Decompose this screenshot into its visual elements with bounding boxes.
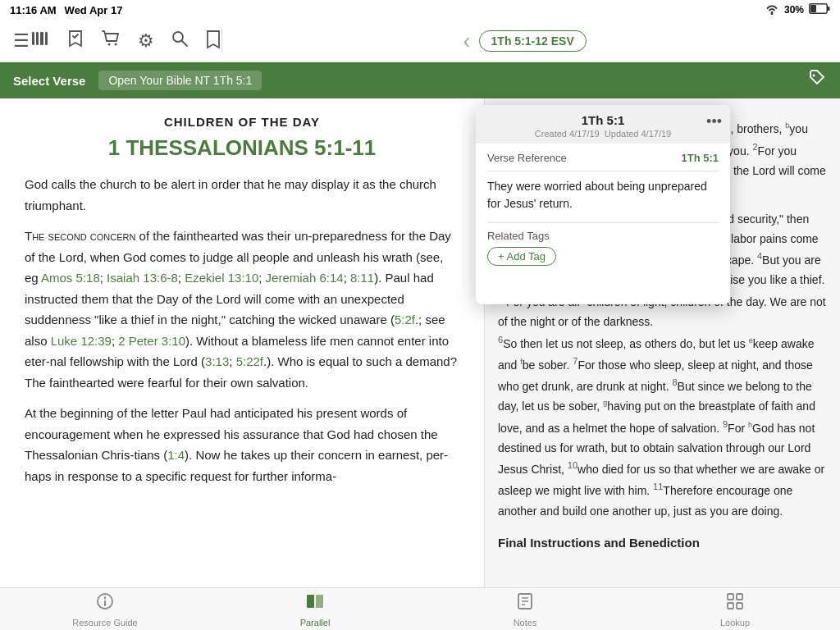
link-3-13[interactable]: 3:13: [205, 354, 229, 368]
main-toolbar: ☰ ⚙: [0, 20, 840, 62]
svg-rect-20: [728, 594, 733, 600]
svg-point-7: [108, 43, 111, 45]
select-verse-bar: Select Verse Open Your Bible NT 1Th 5:1: [0, 62, 840, 98]
select-verse-ref[interactable]: Open Your Bible NT 1Th 5:1: [98, 71, 262, 90]
bookmarks-icon[interactable]: [66, 29, 85, 53]
svg-rect-6: [45, 32, 48, 45]
library-icon[interactable]: [30, 29, 49, 53]
link-ezekiel[interactable]: Ezekiel 13:10: [185, 271, 258, 285]
note-divider-2: [487, 222, 719, 223]
verse-num-2: 2: [752, 142, 757, 152]
link-luke[interactable]: Luke 12:39: [51, 334, 112, 348]
select-verse-label: Select Verse: [13, 74, 85, 88]
passage-badge[interactable]: 1Th 5:1-12 ESV: [479, 30, 587, 52]
svg-rect-22: [728, 603, 733, 609]
search-icon[interactable]: [171, 30, 189, 52]
tab-resource-guide-label: Resource Guide: [72, 618, 138, 628]
link-5-22f[interactable]: 5:22f: [236, 354, 263, 368]
svg-rect-14: [307, 595, 314, 608]
note-more-menu-icon[interactable]: •••: [706, 113, 722, 130]
link-5-2f[interactable]: 5:2f: [395, 313, 415, 326]
tag-icon[interactable]: [807, 69, 827, 93]
book-title: 1 THESSALONIANS 5:1-11: [25, 135, 459, 161]
tab-resource-guide[interactable]: Resource Guide: [0, 588, 210, 630]
link-1-4[interactable]: 1:4: [167, 448, 185, 462]
link-2peter[interactable]: 2 Peter 3:10: [118, 334, 185, 348]
svg-rect-4: [36, 32, 39, 45]
svg-rect-21: [737, 594, 742, 600]
link-jeremiah[interactable]: Jeremiah 6:14: [266, 271, 344, 285]
svg-point-11: [813, 74, 815, 76]
tab-bar: Resource Guide Parallel Notes: [0, 587, 840, 630]
tab-parallel-label: Parallel: [300, 618, 331, 628]
note-divider-1: [487, 171, 719, 171]
note-popup-body: Verse Reference 1Th 5:1 They were worrie…: [476, 144, 730, 304]
paragraph-1: God calls the church to be alert in orde…: [25, 174, 459, 216]
left-panel: CHILDREN OF THE DAY 1 THESSALONIANS 5:1-…: [0, 98, 484, 587]
link-8-11[interactable]: 8:11: [350, 271, 374, 285]
svg-rect-1: [828, 7, 830, 11]
small-caps-text: The second concern: [25, 229, 135, 243]
svg-rect-3: [32, 32, 34, 45]
svg-rect-23: [737, 603, 742, 609]
note-verse-ref-row: Verse Reference 1Th 5:1: [487, 152, 719, 164]
resource-guide-icon: [95, 591, 115, 616]
link-amos[interactable]: Amos 5:18: [41, 271, 100, 285]
battery-icon: [809, 3, 830, 16]
note-popup: 1Th 5:1 Created 4/17/19 Updated 4/17/19 …: [476, 105, 730, 304]
svg-point-8: [115, 43, 117, 45]
section-title: Final Instructions and Benediction: [498, 532, 827, 554]
settings-icon[interactable]: ⚙: [138, 30, 154, 52]
add-tag-button[interactable]: + Add Tag: [487, 247, 556, 266]
wifi-icon: [765, 3, 779, 17]
lookup-icon: [725, 591, 745, 616]
body-text: God calls the church to be alert in orde…: [25, 174, 459, 486]
tab-notes-label: Notes: [514, 618, 537, 628]
note-popup-date: Created 4/17/19 Updated 4/17/19: [487, 129, 719, 139]
bookmark-icon[interactable]: [205, 29, 221, 53]
tab-parallel[interactable]: Parallel: [210, 588, 420, 630]
battery-status: 30%: [784, 4, 804, 16]
verse-ref-value: 1Th 5:1: [681, 152, 719, 164]
tab-notes[interactable]: Notes: [420, 588, 630, 630]
paragraph-2: The second concern of the fainthearted w…: [25, 226, 459, 393]
store-icon[interactable]: [102, 29, 121, 53]
notes-icon: [515, 591, 535, 616]
right-text-more: 6So then let us not sleep, as others do,…: [498, 332, 827, 521]
tab-lookup[interactable]: Lookup: [630, 588, 840, 630]
tab-lookup-label: Lookup: [720, 618, 750, 628]
chapter-title: CHILDREN OF THE DAY: [25, 115, 459, 129]
note-empty-tags-area: + Add Tag: [487, 247, 719, 296]
note-popup-title: 1Th 5:1: [487, 113, 719, 127]
verse-ref-label: Verse Reference: [487, 152, 567, 164]
svg-line-10: [182, 40, 188, 46]
svg-rect-2: [810, 5, 816, 12]
note-text[interactable]: They were worried about being unprepared…: [487, 178, 719, 212]
note-popup-header: 1Th 5:1 Created 4/17/19 Updated 4/17/19 …: [476, 105, 730, 144]
link-isaiah[interactable]: Isaiah 13:6-8: [107, 271, 178, 285]
parallel-icon: [305, 591, 325, 616]
note-tags-label: Related Tags: [487, 230, 719, 242]
status-time: 11:16 AM: [10, 4, 57, 16]
hamburger-menu-icon[interactable]: ☰: [13, 30, 30, 52]
back-button[interactable]: ‹: [463, 28, 470, 54]
paragraph-3: At the beginning of the letter Paul had …: [25, 403, 459, 486]
status-bar: 11:16 AM Wed Apr 17 30%: [0, 0, 840, 20]
svg-rect-15: [316, 595, 323, 608]
svg-point-13: [104, 597, 106, 599]
svg-rect-5: [40, 32, 43, 45]
status-date: Wed Apr 17: [65, 4, 123, 16]
